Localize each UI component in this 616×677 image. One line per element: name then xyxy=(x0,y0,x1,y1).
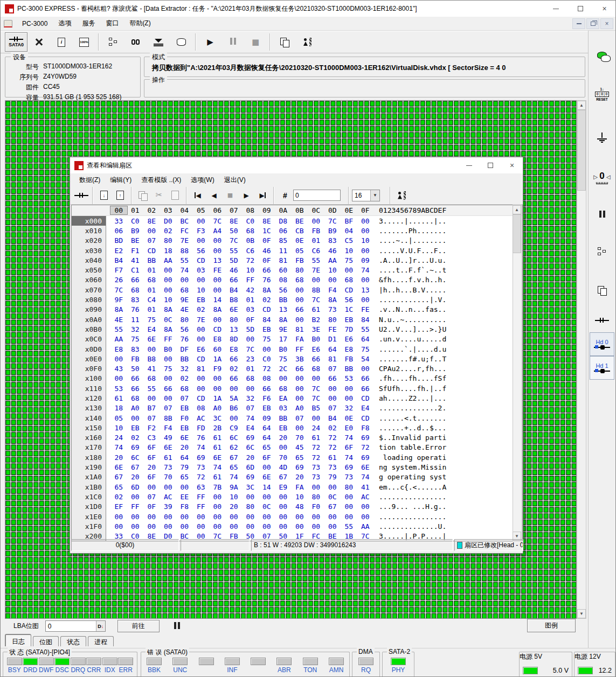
hex-byte[interactable]: B9 xyxy=(324,227,341,235)
ascii-text[interactable]: .un.v....u.....d xyxy=(379,335,446,343)
hex-byte[interactable]: 73 xyxy=(324,305,341,313)
hex-row[interactable]: x030E2F1CD1888560055C6461105C6461000....… xyxy=(72,246,522,255)
hex-row[interactable]: x00033C08ED0BC007C8EC08ED8BE007CBF003...… xyxy=(72,216,522,226)
dialog-menu-data[interactable]: 数据(Z) xyxy=(74,175,105,186)
hex-byte[interactable]: AC xyxy=(193,414,210,422)
legend-button[interactable]: 图例 xyxy=(527,619,576,632)
hex-byte[interactable]: A4 xyxy=(209,227,226,235)
hex-byte[interactable]: FE xyxy=(357,305,374,313)
hex-byte[interactable]: F4 xyxy=(324,286,341,294)
hex-byte[interactable]: AA xyxy=(160,256,177,264)
hex-byte[interactable]: 7C xyxy=(209,217,226,225)
hex-byte[interactable]: 54 xyxy=(357,355,374,363)
ascii-text[interactable]: loading operati xyxy=(379,453,446,462)
hex-byte[interactable]: 0E xyxy=(292,236,308,245)
hex-byte[interactable]: BF xyxy=(341,217,357,225)
copy-tasks-button[interactable] xyxy=(273,32,296,52)
ascii-text[interactable]: ............|.V. xyxy=(379,296,446,304)
hex-byte[interactable]: 00 xyxy=(357,276,374,284)
hex-byte[interactable]: 67 xyxy=(275,473,292,481)
ascii-text[interactable]: tion table.Error xyxy=(379,443,446,451)
tab-status[interactable]: 状态 xyxy=(60,636,86,646)
hex-byte[interactable]: 41 xyxy=(127,256,144,264)
hex-byte[interactable]: 84 xyxy=(357,316,374,324)
hex-byte[interactable]: 01 xyxy=(242,365,259,373)
hex-row[interactable]: x020BDBE07807E00007C0B0F850E0183C510....… xyxy=(72,236,522,246)
hex-byte[interactable]: 80 xyxy=(341,483,357,491)
hex-byte[interactable]: 69 xyxy=(127,443,144,451)
hex-row[interactable]: x10000666800020000666808000000665366.fh.… xyxy=(72,374,522,383)
scrollbar-thumb[interactable] xyxy=(577,110,586,191)
hex-byte[interactable]: 00 xyxy=(127,493,144,501)
hex-byte[interactable]: FF xyxy=(292,345,308,353)
bitmap-scrollbar[interactable]: ▲ ▼ xyxy=(577,100,586,619)
hex-row[interactable]: x15010EBF2F4EBFD2BC9E464EB002402E0F8....… xyxy=(72,423,522,432)
hex-byte[interactable]: 39 xyxy=(160,502,177,511)
hex-byte[interactable]: BB xyxy=(275,296,292,304)
hex-byte[interactable]: 07 xyxy=(324,365,341,373)
sata0-port-button[interactable]: SATA0 xyxy=(5,32,27,52)
hex-byte[interactable]: 00 xyxy=(160,266,177,274)
hex-byte[interactable]: 00 xyxy=(275,374,292,382)
hex-byte[interactable]: AA xyxy=(110,335,127,343)
hex-byte[interactable]: 80 xyxy=(226,316,243,324)
hex-row[interactable]: x0602666680000000066FF76086800006800&fh.… xyxy=(72,275,522,285)
hex-byte[interactable]: 00 xyxy=(193,217,210,225)
hex-byte[interactable]: 00 xyxy=(176,513,193,521)
hex-byte[interactable]: 72 xyxy=(324,434,341,442)
hex-byte[interactable]: 5D xyxy=(226,256,243,264)
hex-byte[interactable]: 1A xyxy=(209,394,226,402)
hex-byte[interactable]: 68 xyxy=(308,365,324,373)
hex-byte[interactable]: 66 xyxy=(127,385,144,393)
hex-byte[interactable]: 00 xyxy=(193,276,210,284)
dialog-minimize-button[interactable] xyxy=(458,157,480,173)
hex-byte[interactable]: 69 xyxy=(292,463,308,471)
hex-byte[interactable]: 00 xyxy=(160,355,177,363)
hex-byte[interactable]: 76 xyxy=(259,276,275,284)
hex-byte[interactable]: 8A xyxy=(275,316,292,324)
hex-byte[interactable]: 20 xyxy=(275,434,292,442)
hex-byte[interactable]: CD xyxy=(357,414,374,422)
hex-byte[interactable]: 53 xyxy=(110,385,127,393)
hex-byte[interactable]: 7C xyxy=(110,286,127,294)
hex-byte[interactable]: 00 xyxy=(275,493,292,501)
hex-byte[interactable]: 63 xyxy=(193,483,210,491)
hex-byte[interactable]: 0C xyxy=(324,493,341,501)
hex-row[interactable]: x0F0435041753281F90201722C666807BB00CPAu… xyxy=(72,364,522,373)
hex-byte[interactable]: 1A xyxy=(209,355,226,363)
hex-byte[interactable]: 04 xyxy=(341,227,357,235)
hex-row[interactable]: x1206168000007CD1A5A32F6EA007C0000CDah..… xyxy=(72,393,522,403)
hex-row[interactable]: x0908A76018A4E028A6E03CD136661731CFE.v..… xyxy=(72,305,522,315)
hex-byte[interactable]: E2 xyxy=(110,247,127,255)
hex-byte[interactable]: 65 xyxy=(110,483,127,491)
hex-byte[interactable]: 00 xyxy=(308,483,324,491)
stop-read-button[interactable]: ■ xyxy=(222,188,238,203)
hex-byte[interactable]: 07 xyxy=(242,404,259,412)
hex-byte[interactable]: 32 xyxy=(242,394,259,402)
hex-byte[interactable]: 8B xyxy=(308,286,324,294)
hex-byte[interactable]: 00 xyxy=(357,513,374,521)
hex-byte[interactable]: 00 xyxy=(209,236,226,245)
hex-byte[interactable]: B4 xyxy=(324,414,341,422)
hex-byte[interactable]: 75 xyxy=(143,316,160,324)
hex-byte[interactable]: AC xyxy=(160,493,177,501)
hex-byte[interactable]: FB xyxy=(292,256,308,264)
hex-byte[interactable]: 00 xyxy=(292,316,308,324)
hex-byte[interactable]: 73 xyxy=(308,473,324,481)
hex-byte[interactable]: 08 xyxy=(193,404,210,412)
hex-byte[interactable]: 55 xyxy=(357,325,374,333)
hex-byte[interactable]: EA xyxy=(275,394,292,402)
hex-byte[interactable]: DF xyxy=(176,345,193,353)
hex-byte[interactable]: 7C xyxy=(308,394,324,402)
ascii-text[interactable]: &fh....f.v.h..h. xyxy=(379,276,446,284)
scroll-down-icon[interactable]: ▼ xyxy=(577,609,586,618)
hex-byte[interactable]: 10 xyxy=(193,286,210,294)
hex-byte[interactable]: 9F xyxy=(110,296,127,304)
hex-byte[interactable]: 55 xyxy=(143,385,160,393)
scroll-up-icon[interactable]: ▲ xyxy=(513,205,521,214)
hex-byte[interactable]: 00 xyxy=(143,227,160,235)
ascii-text[interactable]: .......f#.u;f..T xyxy=(379,355,446,363)
mdi-minimize-button[interactable] xyxy=(572,18,585,29)
hex-byte[interactable]: BB xyxy=(143,256,160,264)
hex-row[interactable]: x0E000FBB800BBCD1A6623C0753B6681FB54....… xyxy=(72,354,522,364)
